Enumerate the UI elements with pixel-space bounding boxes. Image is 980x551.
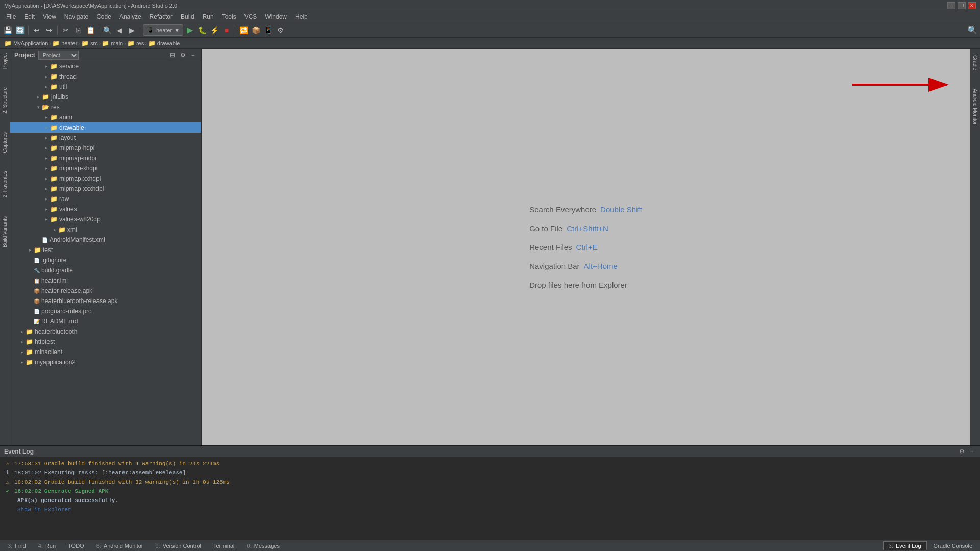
event-log-close[interactable]: − [968,447,976,456]
menu-code[interactable]: Code [92,12,115,21]
side-tab-favorites[interactable]: 2: Favorites [1,167,9,202]
tree-item-minaclient[interactable]: ▸📁minaclient [10,347,201,357]
tree-item-thread[interactable]: ▸📁thread [10,71,201,82]
project-view-dropdown[interactable]: Project Android Packages [38,51,79,60]
bc-item-src[interactable]: src [90,40,98,46]
bc-myapplication[interactable]: 📁 MyApplication [4,40,48,47]
side-tab-android-monitor[interactable]: Android Monitor [971,85,979,129]
side-tab-project[interactable]: Project [1,49,9,73]
tab-android-monitor[interactable]: 6: Android Monitor [91,541,149,550]
menu-help[interactable]: Help [291,12,312,21]
toolbar-forward[interactable]: ▶ [126,24,137,36]
tree-item-README.md[interactable]: 📝README.md [10,316,201,327]
tree-item-mipmap-xhdpi[interactable]: ▸📁mipmap-xhdpi [10,163,201,173]
tree-item-mipmap-mdpi[interactable]: ▸📁mipmap-mdpi [10,153,201,163]
side-tab-captures[interactable]: Captures [1,128,9,157]
toolbar-search-everywhere[interactable]: 🔍 [967,24,978,36]
tree-item-heaterbluetooth[interactable]: ▸📁heaterbluetooth [10,327,201,337]
tree-item-jniLibs[interactable]: ▸📁jniLibs [10,92,201,102]
toolbar-profile[interactable]: ⚡ [209,24,220,36]
tree-item-raw[interactable]: ▸📁raw [10,194,201,204]
tree-item-values-w820dp[interactable]: ▸📁values-w820dp [10,214,201,224]
tree-item-layout[interactable]: ▸📁layout [10,133,201,143]
minimize-btn[interactable]: ─ [947,2,955,9]
toolbar-stop[interactable]: ■ [221,24,232,36]
toolbar-sdk-mgr[interactable]: 📦 [250,24,261,36]
tree-item-heaterbluetooth-release.apk[interactable]: 📦heaterbluetooth-release.apk [10,296,201,306]
bc-item-drawable[interactable]: drawable [157,40,180,46]
side-tab-gradle[interactable]: Gradle [971,51,979,74]
event-log-settings[interactable]: ⚙ [958,447,966,456]
tree-item-mipmap-hdpi[interactable]: ▸📁mipmap-hdpi [10,143,201,153]
tab-messages[interactable]: 0: Messages [241,541,285,550]
bc-item-heater[interactable]: heater [61,40,77,46]
tab-gradle-console[interactable]: Gradle Console [928,541,978,550]
toolbar-redo[interactable]: ↪ [43,24,55,36]
tree-item-proguard-rules.pro[interactable]: 📄proguard-rules.pro [10,306,201,316]
menu-view[interactable]: View [39,12,60,21]
toolbar-back[interactable]: ◀ [114,24,125,36]
menu-navigate[interactable]: Navigate [60,12,92,21]
menu-build[interactable]: Build [177,12,199,21]
tree-item-util[interactable]: ▸📁util [10,82,201,92]
tab-run[interactable]: 4: Run [33,541,61,550]
toolbar-copy[interactable]: ⎘ [72,24,84,36]
tree-item-httptest[interactable]: ▸📁httptest [10,337,201,347]
tab-event-log[interactable]: 3: Event Log [883,541,927,550]
bc-main[interactable]: 📁 main [102,40,123,47]
tab-todo[interactable]: TODO [62,541,90,550]
bc-res[interactable]: 📁 res [127,40,144,47]
menu-analyze[interactable]: Analyze [115,12,145,21]
menu-tools[interactable]: Tools [218,12,240,21]
tree-item-test[interactable]: ▸📁test [10,245,201,255]
close-btn[interactable]: ✕ [968,2,976,9]
tree-item-heater-release.apk[interactable]: 📦heater-release.apk [10,286,201,296]
toolbar-run[interactable]: ▶ [184,24,195,36]
toolbar-save-all[interactable]: 💾 [2,24,13,36]
tree-item-anim[interactable]: ▸📁anim [10,112,201,122]
toolbar-sync[interactable]: 🔄 [14,24,26,36]
toolbar-avd[interactable]: 📱 [262,24,274,36]
side-tab-structure[interactable]: 2: Structure [1,83,9,118]
tree-item-drawable[interactable]: ▸📁drawable [10,122,201,133]
toolbar-cut[interactable]: ✂ [60,24,71,36]
menu-vcs[interactable]: VCS [240,12,261,21]
tab-version-control[interactable]: 9: Version Control [150,541,207,550]
tab-find[interactable]: 3: Find [2,541,32,550]
toolbar-debug[interactable]: 🐛 [197,24,208,36]
menu-window[interactable]: Window [261,12,291,21]
tree-item-xml[interactable]: ▸📁xml [10,224,201,235]
window-controls[interactable]: ─ ❐ ✕ [947,2,976,9]
tree-item-.gitignore[interactable]: 📄.gitignore [10,255,201,265]
panel-collapse-all[interactable]: ⊟ [168,51,177,59]
toolbar-undo[interactable]: ↩ [31,24,42,36]
log-show-explorer[interactable]: Show in Explorer [17,505,71,514]
bc-drawable[interactable]: 📁 drawable [148,40,180,47]
side-tab-build-variants[interactable]: Build Variants [1,212,9,252]
toolbar-settings[interactable]: ⚙ [275,24,286,36]
bc-item-myapplication[interactable]: MyApplication [13,40,48,46]
tree-item-build.gradle[interactable]: 🔧build.gradle [10,265,201,276]
toolbar-paste[interactable]: 📋 [85,24,96,36]
toolbar-find[interactable]: 🔍 [102,24,113,36]
menu-edit[interactable]: Edit [20,12,39,21]
bc-item-main[interactable]: main [111,40,123,46]
bc-src[interactable]: 📁 src [81,40,98,47]
tree-item-AndroidManifest.xml[interactable]: 📄AndroidManifest.xml [10,235,201,245]
tree-item-service[interactable]: ▸📁service [10,61,201,71]
tree-item-res[interactable]: ▾📂res [10,102,201,112]
tab-terminal[interactable]: Terminal [208,541,240,550]
restore-btn[interactable]: ❐ [958,2,966,9]
bc-heater[interactable]: 📁 heater [52,40,77,47]
tree-item-values[interactable]: ▸📁values [10,204,201,214]
menu-run[interactable]: Run [199,12,218,21]
menu-refactor[interactable]: Refactor [145,12,177,21]
panel-settings[interactable]: ⚙ [179,51,187,59]
tree-item-myapplication2[interactable]: ▸📁myapplication2 [10,357,201,367]
panel-minimize[interactable]: − [189,51,197,59]
tree-item-mipmap-xxxhdpi[interactable]: ▸📁mipmap-xxxhdpi [10,184,201,194]
bc-item-res[interactable]: res [136,40,144,46]
tree-item-heater.iml[interactable]: 📋heater.iml [10,276,201,286]
run-config-dropdown[interactable]: 📱 heater ▼ [143,24,183,36]
tree-item-mipmap-xxhdpi[interactable]: ▸📁mipmap-xxhdpi [10,173,201,184]
